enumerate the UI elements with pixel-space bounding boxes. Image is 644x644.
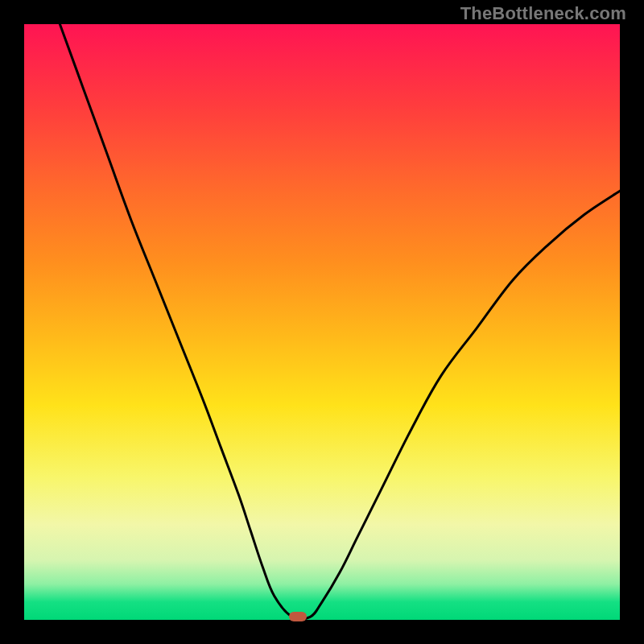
optimum-marker <box>289 612 307 621</box>
bottleneck-curve <box>60 24 620 619</box>
curve-svg <box>24 24 620 620</box>
watermark-text: TheBottleneck.com <box>460 3 626 24</box>
plot-area <box>24 24 620 620</box>
chart-frame: TheBottleneck.com <box>0 0 644 644</box>
